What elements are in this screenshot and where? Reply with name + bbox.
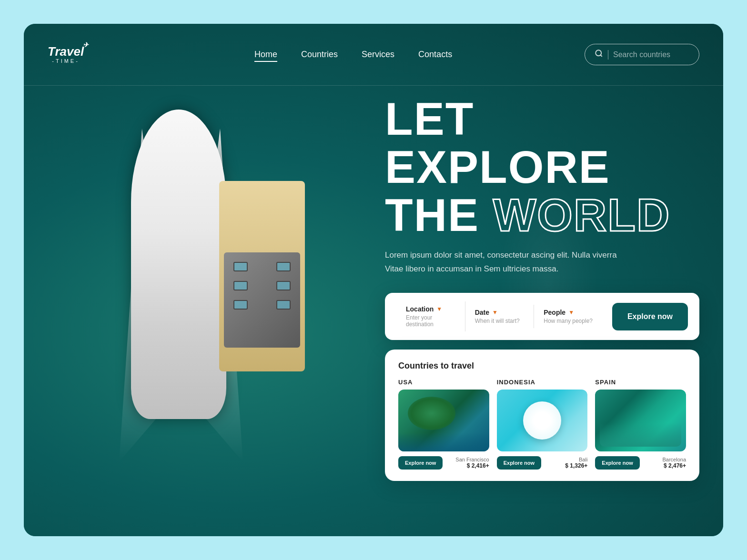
- hero-title: LET EXPLORE THE WORLD: [385, 95, 699, 239]
- logo-plane-icon: ✈: [83, 41, 89, 48]
- usa-city: San Francisco: [455, 457, 489, 462]
- nav-link-countries[interactable]: Countries: [301, 50, 338, 59]
- search-box: [585, 44, 699, 65]
- location-field[interactable]: Location ▼ Enter your destination: [396, 301, 465, 331]
- country-card-usa: USA Explore now San Francisco $ 2,416+: [398, 379, 489, 470]
- indonesia-explore-button[interactable]: Explore now: [497, 456, 541, 470]
- nav-item-countries[interactable]: Countries: [301, 50, 338, 60]
- spain-explore-button[interactable]: Explore now: [595, 456, 639, 470]
- logo: ✈ Travel -TIME-: [48, 45, 84, 64]
- date-arrow-icon: ▼: [492, 309, 498, 316]
- hero-title-line2-normal: THE: [385, 190, 479, 240]
- people-hint: How many people?: [544, 318, 593, 324]
- country-name-indonesia: INDONESIA: [497, 379, 588, 386]
- country-image-usa: [398, 390, 489, 451]
- spain-price: $ 2,476+: [662, 462, 686, 469]
- countries-panel: Countries to travel USA Explore now San …: [385, 350, 699, 481]
- hero-subtitle: Lorem ipsum dolor sit amet, consectetur …: [385, 249, 623, 276]
- search-divider: [608, 50, 608, 60]
- date-field[interactable]: Date ▼ When it will start?: [465, 305, 535, 328]
- nav-links: Home Countries Services Contacts: [122, 50, 585, 60]
- svg-point-0: [596, 50, 601, 56]
- people-arrow-icon: ▼: [568, 309, 574, 316]
- usa-price: $ 2,416+: [455, 462, 489, 469]
- nav-item-home[interactable]: Home: [254, 50, 277, 60]
- country-image-indonesia: [497, 390, 588, 451]
- panel-title: Countries to travel: [398, 361, 686, 371]
- date-label: Date ▼: [475, 309, 525, 316]
- spain-city-price: Barcelona $ 2,476+: [662, 457, 686, 469]
- indonesia-city-price: Bali $ 1,326+: [565, 457, 587, 469]
- indonesia-price: $ 1,326+: [565, 462, 587, 469]
- country-name-usa: USA: [398, 379, 489, 386]
- people-field[interactable]: People ▼ How many people?: [534, 305, 603, 328]
- location-hint: Enter your destination: [406, 314, 455, 328]
- search-icon: [595, 49, 603, 60]
- explore-button[interactable]: Explore now: [612, 303, 688, 330]
- date-hint: When it will start?: [475, 318, 525, 324]
- search-input[interactable]: [613, 50, 689, 59]
- nav-item-services[interactable]: Services: [362, 50, 394, 60]
- logo-text-sub: -TIME-: [48, 59, 84, 64]
- country-footer-spain: Explore now Barcelona $ 2,476+: [595, 456, 686, 470]
- country-image-spain: [595, 390, 686, 451]
- country-name-spain: SPAIN: [595, 379, 686, 386]
- spain-city: Barcelona: [662, 457, 686, 462]
- indonesia-city: Bali: [565, 457, 587, 462]
- navbar: ✈ Travel -TIME- Home Countries Services …: [24, 24, 723, 86]
- usa-city-price: San Francisco $ 2,416+: [455, 457, 489, 469]
- nav-item-contacts[interactable]: Contacts: [418, 50, 452, 60]
- country-card-spain: SPAIN Explore now Barcelona $ 2,476+: [595, 379, 686, 470]
- people-label: People ▼: [544, 309, 593, 316]
- country-footer-indonesia: Explore now Bali $ 1,326+: [497, 456, 588, 470]
- country-card-indonesia: INDONESIA Explore now Bali $ 1,326+: [497, 379, 588, 470]
- usa-explore-button[interactable]: Explore now: [398, 456, 443, 470]
- location-label: Location ▼: [406, 305, 455, 313]
- nav-link-contacts[interactable]: Contacts: [418, 50, 452, 59]
- location-arrow-icon: ▼: [436, 306, 442, 312]
- hero-content: LET EXPLORE THE WORLD Lorem ipsum dolor …: [385, 95, 699, 481]
- countries-grid: USA Explore now San Francisco $ 2,416+ I…: [398, 379, 686, 470]
- logo-text-main: Travel: [48, 44, 84, 59]
- country-footer-usa: Explore now San Francisco $ 2,416+: [398, 456, 489, 470]
- search-widget: Location ▼ Enter your destination Date ▼…: [385, 293, 699, 340]
- hero-title-line1: LET EXPLORE: [385, 93, 610, 192]
- nav-link-services[interactable]: Services: [362, 50, 394, 59]
- hero-title-world: WORLD: [493, 190, 671, 240]
- nav-link-home[interactable]: Home: [254, 50, 277, 62]
- main-card: ✈ Travel -TIME- Home Countries Services …: [24, 24, 723, 536]
- svg-line-1: [600, 55, 602, 56]
